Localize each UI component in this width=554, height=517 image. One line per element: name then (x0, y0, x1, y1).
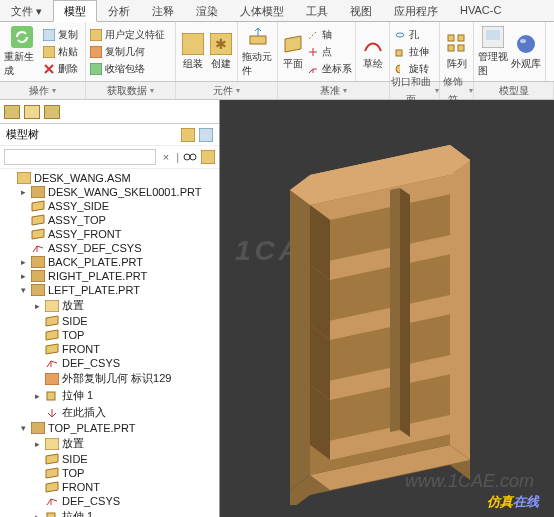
tree-node[interactable]: SIDE (0, 314, 219, 328)
pl-icon (45, 481, 59, 493)
pattern-button[interactable]: 阵列 (444, 26, 469, 78)
cs-icon (45, 495, 59, 507)
expand-toggle[interactable]: ▸ (18, 271, 28, 281)
tree-node[interactable]: DEF_CSYS (0, 356, 219, 370)
tree-node[interactable]: TOP (0, 328, 219, 342)
tree-node[interactable]: DESK_WANG.ASM (0, 171, 219, 185)
tree-label: SIDE (62, 453, 88, 465)
tree-node[interactable]: TOP (0, 466, 219, 480)
tab-渲染[interactable]: 渲染 (185, 0, 229, 21)
folder-icon[interactable] (4, 105, 20, 119)
shrinkwrap-button[interactable]: 收缩包络 (90, 61, 165, 77)
view-manager-button[interactable]: 管理视图 (478, 26, 508, 78)
pl-icon (45, 467, 59, 479)
tree-node[interactable]: FRONT (0, 480, 219, 494)
assemble-button[interactable]: 组装 (180, 26, 205, 78)
folder-icon-2[interactable] (44, 105, 60, 119)
tree-search-input[interactable] (4, 149, 156, 165)
csys-button[interactable]: 坐标系 (307, 61, 352, 77)
svg-rect-26 (17, 172, 31, 184)
pl-icon (45, 453, 59, 465)
tree-label: BACK_PLATE.PRT (48, 256, 143, 268)
tree-node[interactable]: ▸放置 (0, 297, 219, 314)
clear-search-button[interactable]: × (160, 151, 172, 163)
3d-viewport[interactable]: 1CAE.COM www.1CAE.com 仿真在线 (220, 100, 554, 517)
tab-人体模型[interactable]: 人体模型 (229, 0, 295, 21)
expand-toggle[interactable]: ▸ (18, 257, 28, 267)
tree-node[interactable]: ▾TOP_PLATE.PRT (0, 421, 219, 435)
tree-node[interactable]: DEF_CSYS (0, 494, 219, 508)
model-tree[interactable]: DESK_WANG.ASM▸DESK_WANG_SKEL0001.PRTASSY… (0, 169, 219, 517)
svg-rect-5 (90, 63, 102, 75)
sphere-icon (515, 33, 537, 55)
expand-toggle[interactable]: ▸ (18, 187, 28, 197)
tree-node[interactable]: ▾LEFT_PLATE.PRT (0, 283, 219, 297)
tree-node[interactable]: ▸拉伸 1 (0, 387, 219, 404)
axis-button[interactable]: 轴 (307, 27, 352, 43)
tab-模型[interactable]: 模型 (53, 0, 97, 22)
expand-toggle[interactable]: ▸ (32, 512, 42, 518)
prt-icon (31, 270, 45, 282)
create-button[interactable]: ✱创建 (208, 26, 233, 78)
tab-分析[interactable]: 分析 (97, 0, 141, 21)
binoculars-icon[interactable] (183, 150, 197, 164)
plane-button[interactable]: 平面 (282, 26, 304, 78)
tab-应用程序[interactable]: 应用程序 (383, 0, 449, 21)
tree-node[interactable]: ASSY_SIDE (0, 199, 219, 213)
tree-node[interactable]: ASSY_TOP (0, 213, 219, 227)
tree-settings-icon[interactable] (181, 128, 195, 142)
point-button[interactable]: 点 (307, 44, 352, 60)
main-area: 模型树 × | DESK_WANG.ASM▸DESK_WANG_SKEL0001… (0, 100, 554, 517)
pl-icon (45, 329, 59, 341)
expand-toggle[interactable]: ▾ (18, 285, 28, 295)
copy-button[interactable]: 复制 (43, 27, 78, 43)
tree-node[interactable]: SIDE (0, 452, 219, 466)
tree-node[interactable]: ▸拉伸 1 (0, 508, 219, 517)
tree-filter-icon[interactable] (199, 128, 213, 142)
tab-视图[interactable]: 视图 (339, 0, 383, 21)
ins-icon (45, 407, 59, 419)
tree-node[interactable]: ASSY_FRONT (0, 227, 219, 241)
tree-node[interactable]: 在此插入 (0, 404, 219, 421)
svg-rect-33 (47, 392, 55, 400)
tab-HVAC-C[interactable]: HVAC-C (449, 0, 512, 21)
copy-geom-button[interactable]: 复制几何 (90, 44, 165, 60)
extrude-button[interactable]: 拉伸 (394, 44, 429, 60)
ribbon-group-labels: 操作▾ 获取数据▾ 元件▾ 基准▾ 切口和曲面▾ 修饰符▾ 模型显 (0, 82, 554, 100)
udf-button[interactable]: 用户定义特征 (90, 27, 165, 43)
tree-node[interactable]: FRONT (0, 342, 219, 356)
tree-label: RIGHT_PLATE.PRT (48, 270, 147, 282)
tab-工具[interactable]: 工具 (295, 0, 339, 21)
tree-node[interactable]: ASSY_DEF_CSYS (0, 241, 219, 255)
tree-node[interactable]: ▸BACK_PLATE.PRT (0, 255, 219, 269)
expand-toggle[interactable]: ▸ (32, 301, 42, 311)
tree-label: FRONT (62, 343, 100, 355)
tree-node[interactable]: ▸放置 (0, 435, 219, 452)
tree-node[interactable]: ▸RIGHT_PLATE.PRT (0, 269, 219, 283)
expand-toggle[interactable]: ▸ (32, 439, 42, 449)
delete-button[interactable]: 删除 (43, 61, 78, 77)
extrude-icon (394, 46, 406, 58)
expand-toggle[interactable]: ▾ (18, 423, 28, 433)
udf-icon (90, 29, 102, 41)
tree-label: DEF_CSYS (62, 357, 120, 369)
svg-rect-16 (458, 45, 464, 51)
paste-icon (43, 46, 55, 58)
folder-alt-icon[interactable] (24, 105, 40, 119)
fd-icon (45, 300, 59, 312)
svg-rect-30 (31, 284, 45, 296)
tree-node[interactable]: ▸DESK_WANG_SKEL0001.PRT (0, 185, 219, 199)
tree-node[interactable]: 外部复制几何 标识129 (0, 370, 219, 387)
drag-comp-button[interactable]: 拖动元件 (242, 26, 273, 78)
svg-rect-31 (45, 300, 59, 312)
tab-注释[interactable]: 注释 (141, 0, 185, 21)
hole-button[interactable]: 孔 (394, 27, 429, 43)
sketch-button[interactable]: 草绘 (360, 26, 385, 78)
tree-expand-icon[interactable] (201, 150, 215, 164)
tab-文件[interactable]: 文件 ▾ (0, 0, 53, 21)
axis-icon (307, 29, 319, 41)
expand-toggle[interactable]: ▸ (32, 391, 42, 401)
regenerate-button[interactable]: 重新生成 (4, 26, 40, 78)
paste-button[interactable]: 粘贴 (43, 44, 78, 60)
appearance-button[interactable]: 外观库 (511, 26, 541, 78)
